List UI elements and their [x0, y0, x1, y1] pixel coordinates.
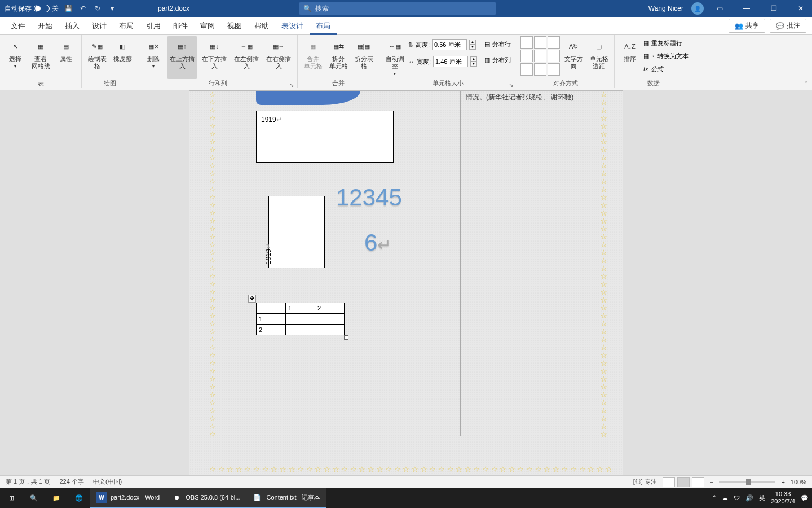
distribute-cols-button[interactable]: ▥分布列	[482, 54, 513, 65]
distribute-rows-button[interactable]: ▤分布行	[482, 38, 513, 50]
qat-more-icon[interactable]: ▾	[107, 3, 117, 14]
split-table-button[interactable]: ▦|▦拆分表格	[352, 36, 376, 79]
tab-help[interactable]: 帮助	[248, 17, 275, 35]
mini-table[interactable]: 12 1 2	[256, 303, 345, 335]
insert-left-button[interactable]: ←▦在左侧插入	[231, 36, 262, 79]
align-top-center[interactable]	[534, 36, 546, 49]
close-icon[interactable]: ✕	[789, 0, 812, 17]
start-button[interactable]: ⊞	[0, 488, 23, 508]
view-read-mode[interactable]	[663, 477, 675, 487]
table-resize-handle[interactable]	[344, 335, 348, 340]
insert-below-button[interactable]: ▦↓在下方插入	[199, 36, 230, 79]
tray-onedrive-icon[interactable]: ☁	[722, 494, 728, 502]
view-gridlines-button[interactable]: ▦查看 网格线	[29, 36, 52, 79]
tray-security-icon[interactable]: 🛡	[734, 494, 740, 501]
focus-mode[interactable]: [◎] 专注	[633, 478, 657, 486]
collapse-ribbon-icon[interactable]: ⌃	[804, 80, 809, 87]
tray-volume-icon[interactable]: 🔊	[745, 494, 753, 502]
taskbar-word[interactable]: Wpart2.docx - Word	[90, 488, 165, 508]
tab-view[interactable]: 视图	[221, 17, 248, 35]
cell-r3c2[interactable]	[286, 325, 315, 335]
align-bottom-left[interactable]	[520, 63, 533, 76]
share-button[interactable]: 👥共享	[729, 19, 765, 33]
taskbar-notepad[interactable]: 📄Content.txt - 记事本	[246, 488, 326, 508]
insert-above-button[interactable]: ▦↑在上方插入	[167, 36, 197, 79]
draw-table-button[interactable]: ✎▦绘制表格	[85, 36, 109, 79]
tab-home[interactable]: 开始	[32, 17, 59, 35]
width-input[interactable]	[433, 56, 468, 67]
merge-cells-button[interactable]: ▦合并 单元格	[301, 36, 325, 79]
rowcol-launcher-icon[interactable]: ↘	[289, 82, 294, 88]
autosave-toggle[interactable]: 自动保存 关	[5, 4, 59, 14]
textbox-1919-b[interactable]: 1919↵	[268, 196, 325, 268]
align-middle-center[interactable]	[534, 50, 546, 62]
formula-button[interactable]: fx公式	[643, 63, 689, 75]
insert-right-button[interactable]: ▦→在右侧插入	[263, 36, 294, 79]
blue-shape[interactable]	[256, 91, 360, 105]
height-spinner[interactable]: ▲▼	[469, 40, 476, 50]
tab-layout[interactable]: 布局	[113, 17, 140, 35]
view-web-layout[interactable]	[692, 477, 704, 487]
zoom-in-icon[interactable]: +	[781, 479, 784, 485]
cell-r1c2[interactable]: 1	[286, 303, 315, 314]
tray-clock[interactable]: 10:33 2020/7/4	[771, 491, 795, 505]
sort-button[interactable]: A↓Z排序	[618, 36, 642, 79]
align-top-right[interactable]	[548, 36, 560, 49]
status-language[interactable]: 中文(中国)	[93, 478, 122, 486]
zoom-out-icon[interactable]: −	[710, 479, 713, 485]
cell-r2c3[interactable]	[315, 314, 345, 325]
side-paragraph[interactable]: 情况。(新华社记者张晓松、 谢环驰)	[466, 92, 607, 102]
tab-table-layout[interactable]: 布局	[310, 17, 337, 35]
align-top-left[interactable]	[520, 36, 533, 49]
zoom-slider[interactable]	[719, 481, 775, 483]
align-bottom-right[interactable]	[548, 63, 560, 76]
tray-notifications-icon[interactable]: 💬	[801, 494, 809, 502]
zoom-level[interactable]: 100%	[791, 479, 806, 485]
align-middle-left[interactable]	[520, 50, 533, 62]
cell-r2c2[interactable]	[286, 314, 315, 325]
view-print-layout[interactable]	[677, 477, 690, 487]
comments-button[interactable]: 💬批注	[770, 19, 806, 33]
split-cells-button[interactable]: ▦⇆拆分 单元格	[326, 36, 350, 79]
cell-r1c3[interactable]: 2	[315, 303, 345, 314]
textbox-1919-a[interactable]: 1919↵	[256, 111, 394, 163]
properties-button[interactable]: ▤属性	[54, 36, 78, 79]
tray-overflow-icon[interactable]: ˄	[713, 494, 716, 502]
wordart-12345[interactable]: 12345	[336, 184, 402, 211]
tab-references[interactable]: 引用	[140, 17, 167, 35]
minimize-icon[interactable]: —	[735, 0, 758, 17]
tray-ime[interactable]: 英	[759, 494, 765, 502]
tab-mailings[interactable]: 邮件	[167, 17, 194, 35]
autofit-button[interactable]: ↔▦自动调整▾	[383, 36, 407, 79]
tab-insert[interactable]: 插入	[59, 17, 86, 35]
height-input[interactable]	[432, 39, 467, 50]
taskbar-explorer[interactable]: 📁	[45, 488, 68, 508]
tab-file[interactable]: 文件	[5, 17, 32, 35]
convert-button[interactable]: ▦→转换为文本	[643, 50, 689, 62]
taskbar-obs[interactable]: ⏺OBS 25.0.8 (64-bi...	[165, 488, 246, 508]
size-launcher-icon[interactable]: ↘	[509, 82, 513, 88]
undo-icon[interactable]: ↶	[78, 3, 88, 14]
text-direction-button[interactable]: A↻文字方向	[562, 36, 585, 79]
taskbar-search[interactable]: 🔍	[23, 488, 45, 508]
taskbar-edge[interactable]: 🌐	[68, 488, 90, 508]
redo-icon[interactable]: ↻	[92, 3, 103, 14]
tab-table-design[interactable]: 表设计	[275, 17, 310, 35]
status-page[interactable]: 第 1 页，共 1 页	[6, 478, 50, 486]
ribbon-mode-icon[interactable]: ▭	[708, 0, 731, 17]
cell-margins-button[interactable]: ▢单元格 边距	[587, 36, 611, 79]
document-area[interactable]: ☆☆☆☆☆☆☆☆☆☆☆☆☆☆☆☆☆☆☆☆☆☆☆☆☆☆☆☆☆☆☆☆☆☆☆☆☆☆☆☆…	[0, 90, 812, 488]
align-middle-right[interactable]	[548, 50, 560, 62]
width-spinner[interactable]: ▲▼	[470, 56, 477, 67]
align-bottom-center[interactable]	[534, 63, 546, 76]
maximize-icon[interactable]: ❐	[762, 0, 785, 17]
delete-button[interactable]: ▦✕删除▾	[142, 36, 165, 79]
wordart-6[interactable]: 6↵	[364, 229, 391, 256]
cell-r1c1[interactable]	[257, 303, 286, 314]
tab-design[interactable]: 设计	[86, 17, 113, 35]
avatar[interactable]: 👤	[691, 2, 704, 15]
table-move-handle[interactable]: ✥	[248, 295, 256, 303]
status-words[interactable]: 224 个字	[59, 478, 83, 486]
tab-review[interactable]: 审阅	[194, 17, 221, 35]
cell-r3c3[interactable]	[315, 325, 345, 335]
